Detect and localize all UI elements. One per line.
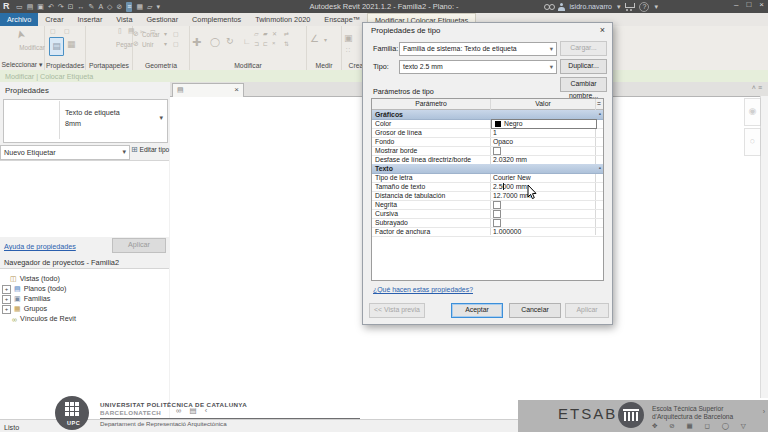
accept-button[interactable]: Aceptar: [451, 303, 503, 318]
pin-icon[interactable]: ▪: [599, 165, 601, 171]
param-value[interactable]: 1: [493, 129, 497, 136]
dialog-close-icon[interactable]: ×: [600, 25, 605, 35]
tab-insertar[interactable]: Insertar: [71, 13, 110, 26]
join-geometry-icon: ⊘: [133, 40, 139, 48]
tree-item-label: Planos (todo): [24, 284, 67, 293]
panel-label[interactable]: Medir: [307, 62, 341, 69]
checkbox[interactable]: [493, 219, 501, 227]
close-button[interactable]: ×: [759, 0, 764, 9]
dialog-help-link[interactable]: ¿Qué hacen estas propiedades?: [373, 286, 473, 293]
value-column-header[interactable]: Valor: [491, 100, 595, 107]
param-value[interactable]: 12.7000 mm: [493, 192, 531, 199]
panel-label[interactable]: Propiedades: [45, 62, 85, 69]
restore-button[interactable]: □: [746, 0, 751, 9]
upc-line1: UNIVERSITAT POLITÈCNICA DE CATALUNYA: [100, 401, 247, 408]
app-store-cart-icon[interactable]: [625, 3, 634, 8]
palette-title: Propiedades: [5, 86, 49, 95]
zoom-tool-icon[interactable]: ○: [744, 128, 761, 156]
tab-twinmotion-2020[interactable]: Twinmotion 2020: [248, 13, 317, 26]
param-value[interactable]: 2.0320 mm: [493, 156, 527, 163]
tree-item-label: Vistas (todo): [20, 274, 60, 283]
param-value[interactable]: Courier New: [493, 174, 531, 181]
view-tab-icon: ▤: [177, 86, 184, 94]
mirror-icon: ↻: [226, 36, 234, 46]
vertical-scrollbar[interactable]: [760, 96, 768, 405]
panel-label[interactable]: Seleccionar ▾: [0, 61, 44, 69]
tab-vista[interactable]: Vista: [109, 13, 139, 26]
param-value[interactable]: Negro: [504, 120, 523, 127]
panel-label[interactable]: Portapapeles: [86, 62, 132, 69]
checkbox[interactable]: [493, 201, 501, 209]
preview-button[interactable]: << Vista previa: [369, 303, 425, 318]
etsab-chevron-icon: ›: [763, 408, 765, 415]
join-button-label[interactable]: Unir: [142, 41, 154, 48]
family-dropdown-icon[interactable]: ▾: [550, 45, 553, 53]
checkbox[interactable]: [493, 210, 501, 218]
tab-archivo[interactable]: Archivo: [0, 13, 38, 26]
expand-icon[interactable]: +: [2, 285, 11, 294]
properties-help-link[interactable]: Ayuda de propiedades: [4, 242, 76, 251]
split-icon: ▰: [263, 30, 268, 37]
type-selector[interactable]: Texto de etiqueta 8mm ▾: [3, 99, 168, 143]
filter-combobox-dropdown-icon[interactable]: ▾: [122, 148, 126, 156]
panel-label[interactable]: Modificar: [190, 62, 306, 69]
edit-type-button[interactable]: ⊞ Editar tipo: [131, 145, 170, 158]
cut-button-label[interactable]: Cortar: [142, 31, 160, 38]
username[interactable]: isidro.navarro: [570, 3, 612, 10]
cope-icon: ▢: [173, 30, 179, 37]
tab-crear[interactable]: Crear: [38, 13, 70, 26]
create-similar-icon: ▣: [344, 33, 353, 43]
tab-strip-controls[interactable]: ˄ ≡: [752, 84, 762, 91]
user-dropdown-icon[interactable]: ▾: [617, 3, 621, 11]
checkbox[interactable]: [493, 147, 501, 155]
param-name: Desfase de línea directriz/borde: [375, 156, 471, 163]
duplicate-button[interactable]: Duplicar...: [560, 59, 607, 74]
cancel-button[interactable]: Cancelar: [509, 303, 561, 318]
tab-enscape-[interactable]: Enscape™: [317, 13, 367, 26]
pin-icon[interactable]: ▪: [599, 111, 601, 117]
type-selector-dropdown-icon[interactable]: ▾: [159, 114, 163, 122]
type-properties-dialog: Propiedades de tipo × Familia: Familia d…: [362, 22, 613, 325]
help-dropdown-icon[interactable]: ▾: [654, 3, 658, 11]
user-avatar-icon[interactable]: [558, 3, 565, 11]
type-combobox[interactable]: texto 2.5 mm ▾: [399, 60, 557, 74]
filter-combobox[interactable]: Nuevo Etiquetar ▾: [0, 145, 130, 160]
options-bar-mode-label: Modificar | Colocar Etiqueta: [5, 72, 93, 81]
tree-item-v-nculos-de-revit[interactable]: ∞Vínculos de Revit: [12, 314, 76, 323]
dialog-apply-button[interactable]: Aplicar: [565, 303, 609, 318]
load-button[interactable]: Cargar...: [560, 41, 607, 56]
expand-icon[interactable]: +: [2, 305, 11, 314]
panel-label[interactable]: Geometría: [133, 62, 189, 69]
tab-gestionar[interactable]: Gestionar: [139, 13, 185, 26]
modify-button-label[interactable]: Modificar: [4, 44, 60, 51]
param-column-header[interactable]: Parámetro: [372, 100, 490, 107]
family-combobox[interactable]: Familia de sistema: Texto de etiqueta ▾: [399, 42, 557, 56]
etsab-name: ETSAB: [558, 405, 617, 422]
param-value[interactable]: 1.000000: [493, 228, 521, 235]
param-row-factor-de-anchura[interactable]: Factor de anchura1.000000: [372, 227, 603, 237]
help-button[interactable]: ?: [639, 2, 649, 12]
tree-item-vistas-todo-[interactable]: ◫Vistas (todo): [10, 274, 60, 283]
param-value[interactable]: Opaco: [493, 138, 513, 145]
param-value[interactable]: 2.5000 mm: [493, 183, 527, 190]
paste-button-label[interactable]: Pegar: [116, 41, 133, 48]
view-tab[interactable]: ▤ ×: [172, 83, 244, 97]
join-dropdown-icon: ▾: [164, 40, 167, 47]
tree-item-familias[interactable]: +▣Familias: [2, 294, 50, 304]
palette-apply-button[interactable]: Aplicar: [112, 238, 166, 253]
search-icon[interactable]: [544, 4, 553, 9]
minimize-button[interactable]: –: [734, 0, 738, 9]
type-dropdown-icon[interactable]: ▾: [550, 63, 553, 71]
title-bar: R ▭▤▣↶↷⊡↔✎A◇⊘≡▦▱▾ Autodesk Revit 2021.1.…: [0, 0, 768, 13]
views-icon: ◫: [10, 275, 17, 283]
view-tab-close-icon[interactable]: ×: [234, 85, 239, 94]
tree-item-grupos[interactable]: +▦Grupos: [2, 304, 47, 314]
expand-icon[interactable]: +: [2, 295, 11, 304]
rename-button[interactable]: Cambiar nombre...: [560, 77, 607, 92]
group-name: Gráficos: [375, 111, 403, 118]
tab-complementos[interactable]: Complementos: [185, 13, 248, 26]
tree-item-planos-todo-[interactable]: +▤Planos (todo): [2, 284, 66, 294]
cut-geometry-icon: ⊘: [133, 30, 139, 38]
steering-wheel-icon[interactable]: ◉: [744, 98, 761, 126]
status-bar-icons[interactable]: ✥ ⊘ ▦ ◻ ◯ ▽: [652, 422, 751, 430]
